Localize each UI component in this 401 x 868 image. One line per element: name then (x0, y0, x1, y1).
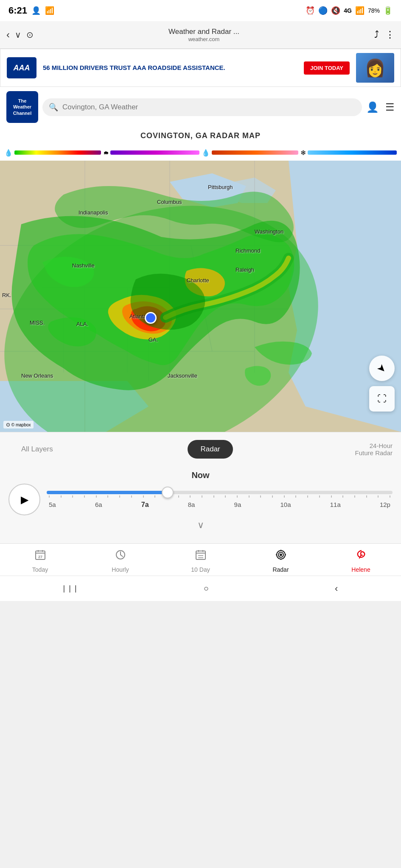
city-columbus: Columbus (157, 199, 182, 205)
radar-icon (275, 549, 287, 564)
city-rk: RK. (2, 292, 11, 298)
ad-banner[interactable]: AAA 56 MILLION DRIVERS TRUST AAA ROADSID… (0, 49, 401, 87)
android-nav-bar: | | | ○ ‹ (0, 576, 401, 601)
nav-today-label: Today (32, 566, 48, 573)
nav-helene[interactable]: Helene (321, 549, 401, 573)
chevron-down-icon: ∨ (197, 520, 204, 530)
snow-legend: ❄ (300, 149, 397, 157)
map-attribution: ⊙ © mapbox (3, 421, 34, 428)
nav-today[interactable]: 27 Today (0, 549, 80, 573)
state-miss: MISS. (30, 320, 45, 326)
mute-icon: 🔇 (331, 6, 340, 15)
menu-icon[interactable]: ☰ (385, 101, 395, 113)
svg-rect-21 (196, 551, 205, 559)
aaa-logo: AAA (7, 57, 36, 78)
weather-header: The Weather Channel 🔍 👤 ☰ (0, 87, 401, 127)
more-options-icon[interactable]: ⋮ (385, 29, 395, 40)
status-bar: 6:21 👤 📶 ⏰ 🔵 🔇 4G 📶 78% 🔋 (0, 0, 401, 21)
rain-icon: 💧 (4, 149, 13, 157)
city-indianapolis: Indianapolis (79, 209, 108, 216)
slider-thumb[interactable] (162, 487, 174, 498)
ice-legend: 🌧 (103, 150, 200, 156)
ad-text: 56 MILLION DRIVERS TRUST AAA ROADSIDE AS… (43, 64, 297, 72)
share-icon[interactable]: ⤴ (374, 29, 379, 40)
user-icon[interactable]: 👤 (366, 101, 379, 113)
search-icon: 🔍 (49, 103, 58, 112)
legend-bar: 💧 🌧 💧 ❄ (0, 145, 401, 161)
dropdown-button[interactable]: ∨ (15, 30, 21, 40)
time-12p: 12p (380, 501, 390, 509)
all-layers-button[interactable]: All Layers (8, 440, 66, 459)
rain-gradient (14, 150, 101, 155)
location-dot (145, 312, 157, 324)
header-actions: 👤 ☰ (366, 101, 395, 113)
browser-bar: ‹ ∨ ⊙ Weather and Radar ... weather.com … (0, 21, 401, 49)
wifi-icon: 📶 (45, 6, 54, 15)
ice-icon: 🌧 (103, 150, 109, 156)
slider-track (47, 491, 393, 494)
browser-actions: ⤴ ⋮ (374, 29, 395, 40)
city-raleigh: Raleigh (236, 267, 254, 273)
battery-label: 78% (368, 7, 380, 14)
time-10a: 10a (280, 501, 291, 509)
layer-controls: All Layers Radar 24-Hour Future Radar (0, 432, 401, 466)
hurricane-icon (355, 549, 367, 564)
tick-marks (47, 494, 393, 498)
play-icon: ▶ (21, 494, 28, 506)
nav-10day-label: 10 Day (191, 566, 210, 573)
compass-button[interactable]: ➤ (369, 356, 395, 381)
twc-logo: The Weather Channel (6, 91, 38, 123)
signal-label: 4G (344, 7, 352, 14)
nav-hourly[interactable]: Hourly (80, 549, 160, 573)
svg-line-20 (121, 555, 123, 556)
mix-legend: 💧 (202, 149, 298, 157)
chevron-down-button[interactable]: ∨ (8, 515, 393, 535)
time-9a: 9a (234, 501, 241, 509)
time-11a: 11a (330, 501, 341, 509)
browser-url: weather.com (188, 36, 220, 42)
nav-radar-label: Radar (272, 566, 289, 573)
search-input[interactable] (62, 103, 356, 111)
hourly-icon (115, 549, 126, 564)
slider-fill (47, 491, 168, 494)
timeline-slider[interactable]: 5a 6a 7a 8a 9a 10a 11a 12p (47, 491, 393, 509)
rain-legend: 💧 (4, 149, 101, 157)
state-ga: GA. (149, 337, 158, 343)
android-back-button[interactable]: ‹ (322, 579, 351, 598)
mix-icon: 💧 (202, 149, 210, 157)
time-5a: 5a (49, 501, 56, 509)
svg-text:27: 27 (38, 555, 42, 559)
city-neworleans: New Orleans (21, 373, 53, 379)
timeline-section: Now ▶ (0, 466, 401, 543)
radar-button[interactable]: Radar (188, 440, 233, 459)
ad-image: 👩 (356, 53, 394, 83)
future-radar-button[interactable]: 24-Hour Future Radar (355, 442, 393, 456)
fullscreen-button[interactable]: ⛶ (369, 386, 395, 412)
nav-10day[interactable]: 10 Day (160, 549, 241, 573)
compass-icon: ➤ (375, 361, 389, 376)
bluetooth-icon: 🔵 (318, 6, 328, 15)
city-atlanta: Atlanta (129, 313, 146, 320)
android-home-button[interactable]: ○ (191, 579, 222, 598)
nav-radar[interactable]: Radar (241, 549, 321, 573)
signal-bars-icon: 📶 (355, 6, 365, 15)
now-label: Now (8, 470, 393, 480)
radar-map[interactable]: Pittsburgh Columbus Indianapolis Washing… (0, 161, 401, 432)
city-jacksonville: Jacksonville (168, 373, 197, 379)
alarm-icon: ⏰ (306, 6, 315, 15)
tabs-button[interactable]: ⊙ (26, 30, 34, 40)
time-6a: 6a (95, 501, 102, 509)
city-nashville: Nashville (72, 262, 95, 269)
ad-cta-button[interactable]: JOIN TODAY (304, 61, 350, 75)
city-pittsburgh: Pittsburgh (208, 184, 233, 190)
status-time: 6:21 (8, 5, 27, 16)
time-labels: 5a 6a 7a 8a 9a 10a 11a 12p (47, 501, 393, 509)
state-ala: ALA. (76, 321, 88, 327)
search-bar[interactable]: 🔍 (42, 98, 362, 116)
timeline-row: ▶ (8, 484, 393, 515)
play-button[interactable]: ▶ (8, 484, 40, 515)
browser-url-area[interactable]: Weather and Radar ... weather.com (39, 28, 369, 42)
back-button[interactable]: ‹ (6, 29, 10, 41)
android-menu-button[interactable]: | | | (50, 580, 90, 597)
nav-hourly-label: Hourly (112, 566, 129, 573)
